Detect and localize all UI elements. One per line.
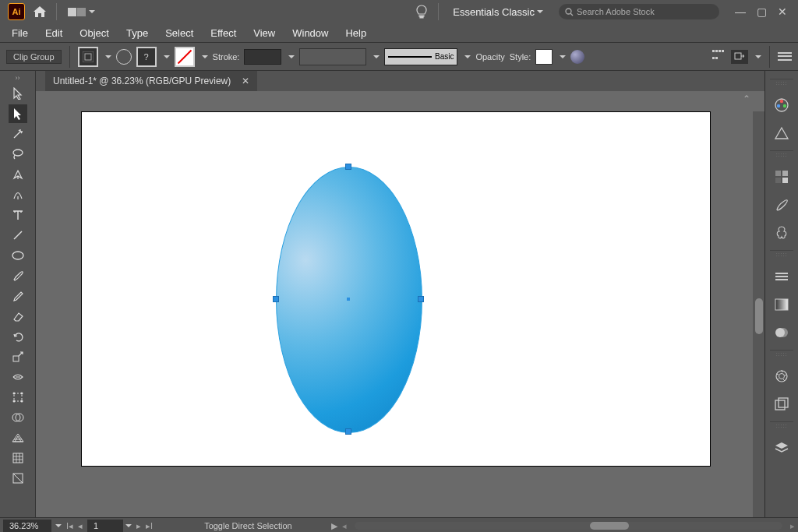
scrollbar-thumb[interactable] (755, 298, 763, 334)
artboard[interactable] (81, 111, 711, 467)
rotate-tool[interactable] (9, 327, 27, 346)
brushes-panel-icon[interactable] (771, 194, 793, 216)
canvas-viewport[interactable]: ⌃ (36, 91, 764, 517)
type-tool[interactable] (9, 206, 27, 224)
minimize-button[interactable]: — (735, 5, 746, 18)
no-stroke-swatch[interactable] (175, 47, 195, 67)
appearance-panel-icon[interactable] (771, 365, 793, 387)
anchor-point-left[interactable] (273, 296, 279, 302)
panel-group-grip[interactable]: ::::: (770, 350, 793, 359)
selection-tool[interactable] (9, 84, 27, 103)
center-point[interactable] (347, 298, 350, 301)
maximize-button[interactable]: ▢ (757, 5, 767, 18)
arrange-documents-dropdown[interactable] (63, 3, 100, 20)
next-artboard-icon[interactable]: ▸ (136, 521, 141, 531)
symbols-panel-icon[interactable] (771, 222, 793, 244)
menu-object[interactable]: Object (71, 27, 118, 39)
tips-icon[interactable] (411, 2, 432, 22)
menu-file[interactable]: File (3, 27, 37, 39)
panel-menu-icon[interactable] (778, 51, 792, 62)
color-panel-icon[interactable] (771, 94, 793, 116)
free-transform-tool[interactable] (9, 388, 27, 407)
chevron-down-icon[interactable] (164, 55, 170, 62)
anchor-point-bottom[interactable] (345, 428, 351, 435)
menu-type[interactable]: Type (118, 27, 157, 39)
horizontal-scrollbar[interactable] (355, 522, 782, 530)
layers-panel-icon[interactable] (771, 437, 793, 459)
scroll-left-icon[interactable]: ◂ (342, 521, 347, 531)
paintbrush-tool[interactable] (9, 266, 27, 285)
line-segment-tool[interactable] (9, 226, 27, 245)
chevron-down-icon[interactable] (125, 524, 132, 530)
chevron-down-icon[interactable] (373, 55, 380, 62)
close-button[interactable]: ✕ (778, 5, 787, 18)
chevron-down-icon[interactable] (755, 55, 761, 62)
fill-recolor-icon[interactable] (116, 49, 132, 65)
transparency-panel-icon[interactable] (771, 322, 793, 344)
anchor-point-right[interactable] (418, 296, 424, 302)
zoom-level-input[interactable]: 36.23% (3, 520, 51, 532)
panel-group-grip[interactable]: ::::: (770, 421, 793, 431)
panel-group-grip[interactable]: ::::: (770, 250, 793, 259)
stroke-swatch[interactable]: ? (136, 47, 157, 67)
home-icon[interactable] (30, 2, 50, 22)
toolbar-expand-icon[interactable]: ›› (0, 74, 35, 83)
chevron-down-icon[interactable] (288, 55, 295, 62)
swatches-panel-icon[interactable] (771, 166, 793, 188)
close-tab-icon[interactable]: ✕ (242, 76, 249, 86)
perspective-grid-tool[interactable] (9, 428, 27, 447)
pen-tool[interactable] (9, 165, 27, 184)
gradient-panel-icon[interactable] (771, 294, 793, 315)
transform-panel-icon[interactable] (731, 50, 748, 64)
menu-effect[interactable]: Effect (202, 27, 245, 39)
first-artboard-icon[interactable]: I◂ (66, 521, 73, 531)
artboard-number-input[interactable]: 1 (87, 520, 123, 532)
scroll-up-icon[interactable]: ⌃ (743, 93, 750, 104)
recolor-artwork-icon[interactable] (570, 50, 584, 64)
document-tab[interactable]: Untitled-1* @ 36.23% (RGB/GPU Preview) ✕ (45, 71, 257, 91)
chevron-down-icon[interactable] (464, 55, 471, 62)
eraser-tool[interactable] (9, 307, 27, 326)
stroke-weight-input[interactable] (244, 49, 281, 65)
svg-point-33 (779, 374, 785, 379)
magic-wand-tool[interactable] (9, 125, 27, 143)
chevron-down-icon[interactable] (105, 55, 111, 62)
align-panel-icon[interactable] (712, 50, 726, 64)
status-menu-icon[interactable]: ▶ (331, 521, 337, 531)
panel-group-grip[interactable]: ::::: (770, 79, 793, 88)
fill-swatch[interactable] (78, 47, 98, 67)
ellipse-tool[interactable] (9, 246, 27, 265)
brush-definition[interactable]: Basic (384, 48, 457, 65)
shape-builder-tool[interactable] (9, 408, 27, 427)
menu-select[interactable]: Select (157, 27, 202, 39)
search-stock-field[interactable]: Search Adobe Stock (559, 4, 719, 19)
panel-group-grip[interactable]: ::::: (770, 150, 793, 160)
last-artboard-icon[interactable]: ▸I (146, 521, 153, 531)
scrollbar-thumb[interactable] (590, 522, 629, 530)
pencil-tool[interactable] (9, 287, 27, 305)
menu-help[interactable]: Help (337, 27, 375, 39)
vertical-scrollbar[interactable] (753, 111, 764, 517)
menu-view[interactable]: View (245, 27, 284, 39)
gradient-tool[interactable] (9, 469, 27, 488)
menu-window[interactable]: Window (284, 27, 337, 39)
prev-artboard-icon[interactable]: ◂ (78, 521, 83, 531)
variable-width-profile[interactable] (299, 48, 366, 65)
direct-selection-tool[interactable] (9, 104, 27, 123)
workspace-switcher[interactable]: Essentials Classic (445, 6, 551, 18)
width-tool[interactable] (9, 368, 27, 386)
chevron-down-icon[interactable] (202, 55, 208, 62)
graphic-style-swatch[interactable] (535, 49, 553, 65)
graphic-styles-panel-icon[interactable] (771, 393, 793, 415)
chevron-down-icon[interactable] (560, 55, 566, 62)
anchor-point-top[interactable] (345, 164, 351, 170)
scale-tool[interactable] (9, 347, 27, 366)
stroke-panel-icon[interactable] (771, 266, 793, 287)
chevron-down-icon[interactable] (55, 524, 62, 530)
lasso-tool[interactable] (9, 145, 27, 164)
mesh-tool[interactable] (9, 449, 27, 467)
scroll-right-icon[interactable]: ▸ (790, 521, 795, 531)
menu-edit[interactable]: Edit (37, 27, 71, 39)
curvature-tool[interactable] (9, 185, 27, 204)
color-guide-panel-icon[interactable] (771, 122, 793, 144)
